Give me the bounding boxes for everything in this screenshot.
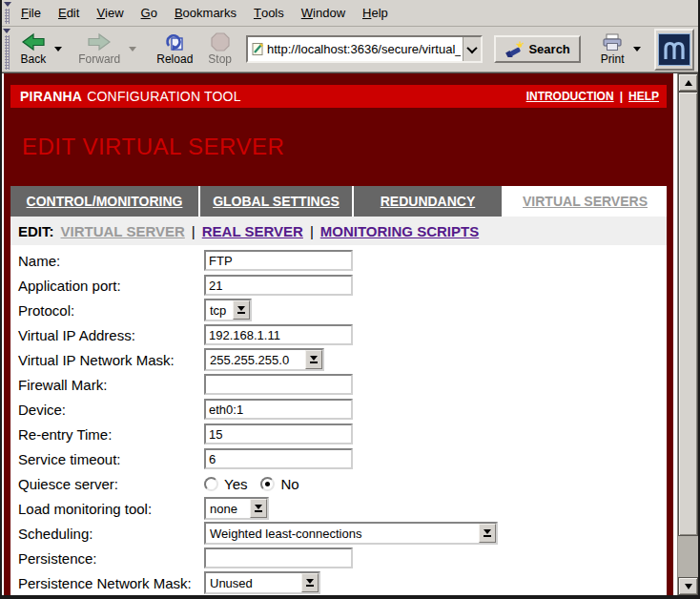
name-input[interactable] xyxy=(204,250,353,271)
form-row: Protocol: tcp xyxy=(10,298,667,322)
menu-tools[interactable]: Tools xyxy=(245,0,293,26)
url-dropdown-button[interactable] xyxy=(463,37,481,61)
form-row: Virtual IP Network Mask: 255.255.255.0 xyxy=(10,347,667,372)
label-reentry-time: Re-entry Time: xyxy=(10,426,204,443)
mozilla-logo-button[interactable] xyxy=(654,29,695,71)
quiesce-yes-radio[interactable] xyxy=(204,477,218,491)
form-row: Service timeout: xyxy=(10,446,667,471)
menu-file[interactable]: File xyxy=(12,0,50,26)
label-protocol: Protocol: xyxy=(10,302,204,319)
subnav-prefix: EDIT: xyxy=(18,223,54,239)
form-row: Firewall Mark: xyxy=(10,372,667,397)
dropdown-arrow-icon xyxy=(305,350,322,369)
tab-global-settings[interactable]: GLOBAL SETTINGS xyxy=(200,186,352,217)
firewall-mark-input[interactable] xyxy=(204,374,353,395)
persistence-input[interactable] xyxy=(204,547,353,568)
dropdown-arrow-icon xyxy=(479,524,496,543)
vertical-scrollbar[interactable] xyxy=(677,73,698,595)
form-row: Re-entry Time: xyxy=(10,422,667,446)
virtual-server-form: Name: Application port: Protocol: tcp xyxy=(10,245,667,595)
tab-label: VIRTUAL SERVERS xyxy=(523,194,648,209)
subnav-separator: | xyxy=(310,223,314,239)
dropdown-arrow-icon xyxy=(250,499,267,518)
collapse-arrow-icon xyxy=(4,2,11,7)
url-bar[interactable] xyxy=(246,35,483,63)
stop-button[interactable]: Stop xyxy=(203,29,237,71)
page-title-area: EDIT VIRTUAL SERVER xyxy=(10,108,667,186)
tab-control-monitoring[interactable]: CONTROL/MONITORING xyxy=(10,186,198,217)
menu-bookmarks[interactable]: Bookmarks xyxy=(166,0,245,26)
introduction-link[interactable]: INTRODUCTION xyxy=(526,90,614,103)
virtual-ip-address-input[interactable] xyxy=(204,324,353,345)
device-input[interactable] xyxy=(204,399,353,420)
navigation-toolbar: Back Forward Reload Stop xyxy=(2,27,698,72)
search-label: Search xyxy=(528,42,569,56)
back-history-dropdown[interactable] xyxy=(54,47,62,52)
scrollbar-track[interactable] xyxy=(678,92,698,577)
page-title: EDIT VIRTUAL SERVER xyxy=(22,134,284,160)
quiesce-yes-label: Yes xyxy=(224,476,247,492)
form-row: Virtual IP Address: xyxy=(10,322,667,347)
protocol-select[interactable]: tcp xyxy=(204,299,252,321)
app-title: PIRANHACONFIGURATION TOOL xyxy=(20,89,241,104)
scroll-up-button[interactable] xyxy=(678,73,698,92)
dropdown-arrow-icon xyxy=(233,300,250,320)
select-value: 255.255.255.0 xyxy=(206,353,305,367)
load-monitoring-select[interactable]: none xyxy=(204,497,269,520)
forward-history-dropdown[interactable] xyxy=(129,47,136,52)
form-row: Name: xyxy=(10,248,667,273)
reload-button[interactable]: Reload xyxy=(152,29,197,71)
print-button[interactable]: Print xyxy=(596,29,629,71)
chevron-down-icon xyxy=(467,42,478,52)
persistence-netmask-select[interactable]: Unused xyxy=(204,571,320,594)
select-value: Unused xyxy=(206,576,301,590)
scroll-down-button[interactable] xyxy=(678,577,698,595)
form-row: Device: xyxy=(10,397,667,422)
form-row: Application port: xyxy=(10,273,667,298)
label-device: Device: xyxy=(10,402,204,418)
browser-window: File Edit View Go Bookmarks Tools Window… xyxy=(0,0,700,599)
label-load-monitoring-tool: Load monitoring tool: xyxy=(10,501,204,517)
menu-window[interactable]: Window xyxy=(293,0,354,26)
toolbar-grip[interactable] xyxy=(2,27,12,72)
menu-help[interactable]: Help xyxy=(354,0,397,26)
menu-go[interactable]: Go xyxy=(133,0,166,26)
application-port-input[interactable] xyxy=(204,275,353,296)
scheduling-select[interactable]: Weighted least-connections xyxy=(204,522,498,545)
label-virtual-ip-network-mask: Virtual IP Network Mask: xyxy=(10,352,204,368)
back-button[interactable]: Back xyxy=(16,29,51,71)
print-dropdown[interactable] xyxy=(633,47,641,52)
scrollbar-thumb[interactable] xyxy=(678,92,698,536)
mozilla-logo-icon xyxy=(658,33,690,66)
label-quiesce-server: Quiesce server: xyxy=(10,476,204,492)
reload-icon xyxy=(164,32,185,52)
virtual-ip-netmask-select[interactable]: 255.255.255.0 xyxy=(204,348,324,371)
forward-icon xyxy=(87,32,112,52)
print-label: Print xyxy=(601,52,625,66)
service-timeout-input[interactable] xyxy=(204,448,353,469)
menubar-grip[interactable] xyxy=(2,0,12,26)
tab-label: REDUNDANCY xyxy=(381,194,476,209)
grip-dots-icon xyxy=(5,9,10,24)
subnav-real-server[interactable]: REAL SERVER xyxy=(202,223,303,239)
label-application-port: Application port: xyxy=(10,278,204,294)
subnav-monitoring-scripts[interactable]: MONITORING SCRIPTS xyxy=(320,223,479,239)
form-row: Load monitoring tool: none xyxy=(10,496,667,521)
back-icon xyxy=(21,32,46,52)
stop-label: Stop xyxy=(208,52,232,66)
help-link[interactable]: HELP xyxy=(628,90,659,103)
select-value: tcp xyxy=(206,303,233,318)
reentry-time-input[interactable] xyxy=(204,423,353,444)
form-row: Persistence: xyxy=(10,546,667,570)
page-body: CONTROL/MONITORING GLOBAL SETTINGS REDUN… xyxy=(10,186,667,595)
browser-content-area: PIRANHACONFIGURATION TOOL INTRODUCTION |… xyxy=(2,72,698,595)
quiesce-no-radio[interactable] xyxy=(260,477,275,491)
app-header-bar: PIRANHACONFIGURATION TOOL INTRODUCTION |… xyxy=(10,85,667,108)
search-button[interactable]: Search xyxy=(494,35,580,63)
forward-button[interactable]: Forward xyxy=(73,29,125,71)
menu-edit[interactable]: Edit xyxy=(50,0,88,26)
menu-view[interactable]: View xyxy=(88,0,132,26)
tab-redundancy[interactable]: REDUNDANCY xyxy=(354,186,502,217)
arrow-up-icon xyxy=(685,80,692,86)
url-input[interactable] xyxy=(265,42,463,56)
